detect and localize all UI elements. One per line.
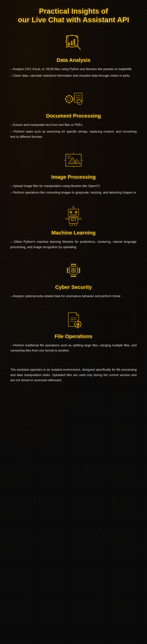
svg-line-71: [77, 46, 80, 50]
machine-learning-icon-container: [9, 206, 138, 226]
svg-rect-108: [78, 218, 81, 220]
file-operations-text: – Perform traditional file operations su…: [9, 343, 138, 353]
svg-point-144: [74, 276, 75, 277]
svg-point-91: [68, 156, 71, 158]
file-operations-icon-container: [9, 309, 138, 330]
cyber-security-text: – Analyze cybersecurity-related data for…: [9, 294, 138, 299]
svg-rect-159: [77, 320, 79, 322]
svg-point-139: [72, 264, 73, 265]
page-header: Practical Insights of our Live Chat with…: [9, 7, 138, 24]
machine-learning-text: – Utilize Python's machine learning libr…: [9, 239, 138, 250]
svg-rect-75: [68, 102, 70, 104]
section-image-processing: Image Processing – Upload image files fo…: [9, 150, 138, 195]
file-icon: [63, 309, 84, 330]
cyber-security-icon-container: [9, 260, 138, 281]
svg-point-150: [79, 268, 80, 269]
robot-icon: [63, 206, 84, 226]
svg-rect-110: [75, 224, 77, 226]
svg-rect-163: [75, 321, 76, 322]
svg-point-87: [77, 100, 82, 105]
page-title: Practical Insights of our Live Chat with…: [9, 7, 138, 24]
svg-point-100: [76, 212, 77, 213]
section-machine-learning: Machine Learning – Utilize Python's mach…: [9, 206, 138, 250]
chart-icon: [63, 33, 84, 54]
svg-rect-67: [74, 39, 75, 45]
data-analysis-text: – Analyze CSV, Excel, or JSON files usin…: [9, 66, 138, 78]
document-processing-icon-container: [9, 89, 138, 110]
cyber-security-title: Cyber Security: [9, 284, 138, 290]
svg-rect-65: [68, 42, 70, 45]
svg-rect-162: [81, 324, 82, 325]
svg-point-147: [67, 269, 68, 270]
machine-learning-title: Machine Learning: [9, 230, 138, 236]
image-processing-text: – Upload image files for manipulation us…: [9, 183, 138, 195]
section-file-operations: File Operations – Perform traditional fi…: [9, 309, 138, 353]
svg-point-167: [77, 324, 79, 325]
shield-icon: [63, 260, 84, 281]
svg-rect-164: [80, 321, 81, 322]
svg-rect-161: [74, 324, 75, 325]
svg-point-141: [75, 264, 76, 265]
data-analysis-icon-container: [9, 33, 138, 54]
svg-rect-76: [65, 98, 66, 100]
svg-rect-109: [70, 224, 72, 226]
image-processing-icon-container: [9, 150, 138, 170]
image-icon: [63, 150, 84, 170]
svg-point-121: [73, 270, 74, 271]
svg-point-140: [74, 264, 75, 265]
svg-rect-74: [68, 95, 70, 96]
svg-point-152: [79, 271, 80, 272]
svg-point-142: [71, 276, 72, 277]
document-processing-title: Document Processing: [9, 113, 138, 119]
svg-rect-107: [66, 218, 69, 220]
svg-point-146: [67, 268, 68, 269]
svg-point-145: [75, 276, 76, 277]
section-data-analysis: Data Analysis – Analyze CSV, Excel, or J…: [9, 33, 138, 78]
svg-point-143: [72, 276, 73, 277]
svg-rect-78: [66, 96, 67, 98]
footer-note: The assistant operates in an isolated en…: [9, 364, 138, 386]
svg-point-149: [67, 272, 68, 273]
section-document-processing: Document Processing – Extract and manipu…: [9, 89, 138, 140]
image-processing-title: Image Processing: [9, 174, 138, 180]
svg-point-153: [79, 272, 80, 273]
svg-point-148: [67, 271, 68, 272]
svg-point-99: [70, 212, 71, 213]
svg-rect-101: [70, 214, 77, 216]
document-icon: [63, 89, 84, 110]
svg-rect-160: [77, 327, 79, 328]
file-operations-title: File Operations: [9, 334, 138, 339]
svg-point-73: [67, 98, 71, 101]
data-analysis-title: Data Analysis: [9, 57, 138, 63]
section-cyber-security: Cyber Security – Analyze cybersecurity-r…: [9, 260, 138, 299]
svg-point-151: [79, 269, 80, 270]
svg-rect-77: [72, 98, 74, 100]
svg-point-138: [71, 264, 72, 265]
document-processing-text: – Extract and manipulate text from text …: [9, 122, 138, 140]
svg-rect-66: [71, 41, 73, 45]
